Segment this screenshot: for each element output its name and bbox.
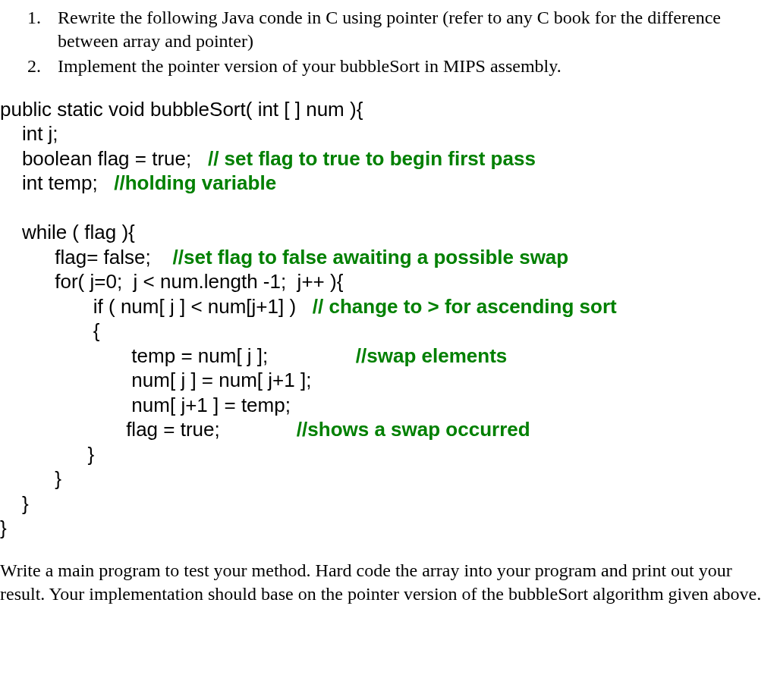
question-2-text: Implement the pointer version of your bu… bbox=[58, 56, 562, 76]
question-2: 2. Implement the pointer version of your… bbox=[58, 55, 771, 78]
question-1-text: Rewrite the following Java conde in C us… bbox=[58, 8, 721, 51]
question-1-number: 1. bbox=[27, 6, 41, 30]
question-list: 1. Rewrite the following Java conde in C… bbox=[0, 6, 771, 79]
code-comment-9: // change to > for ascending sort bbox=[313, 295, 617, 318]
code-line-8: for( j=0; j < num.length -1; j++ ){ bbox=[0, 270, 343, 293]
code-line-6: while ( flag ){ bbox=[0, 221, 135, 243]
code-line-3a: boolean flag = true; bbox=[0, 147, 208, 170]
code-line-13: num[ j+1 ] = temp; bbox=[0, 394, 291, 416]
code-line-18: } bbox=[0, 516, 7, 539]
code-line-10: { bbox=[0, 319, 100, 342]
code-line-14a: flag = true; bbox=[0, 418, 297, 441]
code-line-9a: if ( num[ j ] < num[j+1] ) bbox=[0, 295, 313, 318]
code-line-12: num[ j ] = num[ j+1 ]; bbox=[0, 369, 311, 391]
code-comment-4: //holding variable bbox=[114, 171, 276, 194]
code-comment-11: //swap elements bbox=[356, 344, 507, 367]
code-comment-7: //set flag to false awaiting a possible … bbox=[173, 246, 569, 268]
footer-instructions: Write a main program to test your method… bbox=[0, 559, 771, 606]
question-1: 1. Rewrite the following Java conde in C… bbox=[58, 6, 771, 53]
code-line-17: } bbox=[0, 492, 29, 515]
code-block: public static void bubbleSort( int [ ] n… bbox=[0, 97, 771, 541]
code-comment-14: //shows a swap occurred bbox=[297, 418, 530, 441]
code-comment-3: // set flag to true to begin first pass bbox=[208, 147, 536, 170]
code-line-11a: temp = num[ j ]; bbox=[0, 344, 356, 367]
code-line-4a: int temp; bbox=[0, 171, 114, 194]
code-line-1: public static void bubbleSort( int [ ] n… bbox=[0, 98, 363, 121]
question-2-number: 2. bbox=[27, 55, 41, 78]
code-line-2: int j; bbox=[0, 122, 58, 145]
code-line-7a: flag= false; bbox=[0, 246, 173, 268]
code-line-15: } bbox=[0, 443, 94, 466]
code-line-16: } bbox=[0, 467, 61, 490]
